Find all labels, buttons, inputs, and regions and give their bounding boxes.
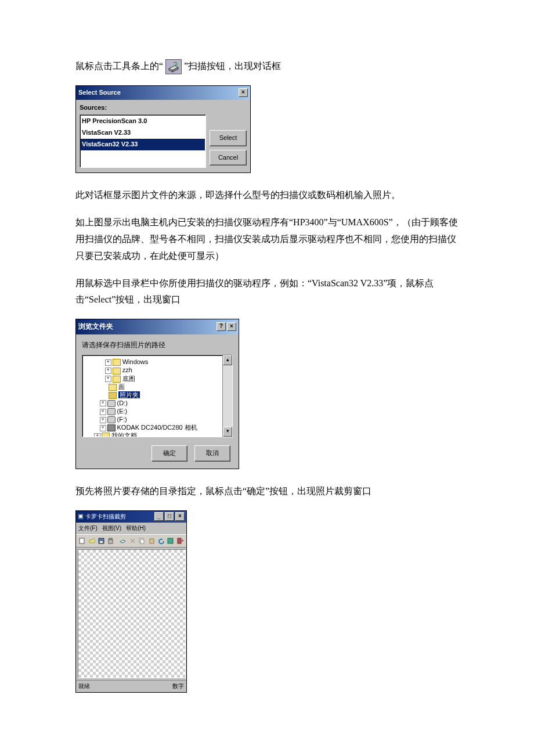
status-bar: 就绪 数字 — [76, 680, 186, 692]
svg-rect-2 — [100, 541, 103, 543]
ok-button[interactable]: 确定 — [151, 445, 187, 462]
menu-view[interactable]: 视图(V) — [102, 523, 121, 534]
svg-rect-8 — [168, 538, 173, 543]
undo-icon[interactable] — [157, 536, 165, 546]
p1-text-a: 鼠标点击工具条上的“ — [75, 61, 163, 71]
tree-node: +(F:) — [84, 415, 231, 423]
status-right: 数字 — [172, 681, 184, 692]
svg-rect-0 — [80, 538, 84, 543]
source-item[interactable]: VistaScan V2.33 — [81, 127, 205, 139]
expand-icon[interactable]: + — [105, 359, 111, 366]
close-icon[interactable]: × — [227, 322, 236, 331]
paragraph-5: 预先将照片要存储的目录指定，鼠标点击“确定”按钮，出现照片裁剪窗口 — [75, 483, 459, 500]
new-icon[interactable] — [78, 536, 86, 546]
canvas-area[interactable] — [78, 549, 186, 678]
browse-folder-title: 浏览文件夹 — [78, 321, 113, 333]
sources-listbox[interactable]: HP PrecisionScan 3.0 VistaScan V2.33 Vis… — [80, 114, 206, 168]
menu-bar[interactable]: 文件(F) 视图(V) 帮助(H) — [76, 523, 186, 534]
folder-icon — [113, 376, 121, 383]
select-source-dialog: Select Source × Sources: HP PrecisionSca… — [75, 85, 251, 174]
tree-node: +底图 — [84, 375, 231, 383]
svg-rect-3 — [109, 539, 113, 543]
expand-icon[interactable]: + — [100, 400, 106, 406]
select-source-title: Select Source — [78, 87, 121, 99]
browse-folder-titlebar: 浏览文件夹 ? × — [76, 319, 239, 334]
svg-rect-4 — [109, 538, 112, 539]
crop-window: ▣ 卡罗卡扫描裁剪 _ □ × 文件(F) 视图(V) 帮助(H) 就绪 数字 — [75, 510, 187, 693]
select-source-titlebar: Select Source × — [76, 86, 250, 100]
paste-icon[interactable] — [147, 536, 156, 546]
source-item[interactable]: HP PrecisionScan 3.0 — [81, 116, 205, 127]
minimize-icon[interactable]: _ — [154, 512, 164, 521]
cancel-button[interactable]: Cancel — [210, 150, 247, 166]
tree-node: +Windows — [84, 358, 231, 366]
maximize-icon[interactable]: □ — [165, 512, 174, 521]
camera-icon — [107, 424, 116, 431]
save-icon[interactable] — [97, 536, 106, 546]
expand-icon[interactable]: + — [105, 376, 111, 382]
folder-icon — [102, 433, 110, 437]
crop-window-titlebar: ▣ 卡罗卡扫描裁剪 _ □ × — [76, 511, 186, 523]
exit-icon[interactable] — [176, 536, 185, 546]
browse-folder-dialog: 浏览文件夹 ? × 请选择保存扫描照片的路径 +Windows +zzh +底图… — [75, 319, 239, 469]
paragraph-3: 如上图显示出电脑主机内已安装的扫描仪驱动程序有“HP3400”与“UMAX600… — [75, 214, 459, 264]
expand-icon[interactable]: + — [100, 409, 106, 415]
browse-folder-prompt: 请选择保存扫描照片的路径 — [76, 334, 239, 355]
expand-icon[interactable]: + — [100, 417, 106, 423]
drive-icon — [107, 408, 116, 415]
app-icon: ▣ — [78, 513, 84, 520]
svg-rect-6 — [140, 539, 144, 543]
p1-text-b: ”扫描按钮，出现对话框 — [184, 61, 281, 71]
folder-icon — [109, 384, 117, 391]
scrollbar[interactable]: ▴ ▾ — [222, 355, 232, 437]
tree-node-selected: 照片夹 — [84, 391, 231, 399]
scroll-up-icon[interactable]: ▴ — [223, 355, 232, 365]
paragraph-1: 鼠标点击工具条上的“ ”扫描按钮，出现对话框 — [75, 58, 459, 75]
svg-rect-9 — [178, 538, 181, 543]
paragraph-2: 此对话框显示图片文件的来源，即选择什么型号的扫描仪或数码相机输入照片。 — [75, 187, 459, 204]
menu-file[interactable]: 文件(F) — [78, 523, 98, 534]
status-left: 就绪 — [78, 681, 90, 692]
cut-icon[interactable] — [128, 536, 137, 546]
tree-node: 面 — [84, 383, 231, 391]
crop-window-title: 卡罗卡扫描裁剪 — [85, 513, 126, 520]
tree-node: +zzh — [84, 366, 231, 374]
tree-node: +(E:) — [84, 407, 231, 415]
folder-tree[interactable]: +Windows +zzh +底图 面 照片夹 +(D:) +(E:) +(F:… — [82, 355, 233, 437]
scan-icon[interactable] — [118, 536, 127, 546]
menu-help[interactable]: 帮助(H) — [126, 523, 146, 534]
copy-icon[interactable] — [138, 536, 146, 546]
help-icon[interactable] — [166, 536, 175, 546]
folder-open-icon — [109, 392, 117, 399]
drive-icon — [107, 400, 116, 407]
help-icon[interactable]: ? — [217, 322, 226, 331]
scan-icon — [165, 59, 182, 74]
folder-icon — [113, 359, 121, 366]
delete-icon[interactable] — [106, 536, 115, 546]
source-item-selected[interactable]: VistaScan32 V2.33 — [81, 139, 205, 150]
close-icon[interactable]: × — [239, 88, 248, 97]
tree-node: +我的文档 — [84, 431, 231, 437]
expand-icon[interactable]: + — [105, 368, 111, 374]
folder-icon — [113, 368, 121, 375]
sources-label: Sources: — [80, 102, 206, 114]
close-icon[interactable]: × — [175, 512, 185, 521]
paragraph-4: 用鼠标选中目录栏中你所使用扫描仪的驱动程序，例如：“VistaScan32 V2… — [75, 275, 459, 309]
expand-icon[interactable]: + — [94, 433, 100, 438]
open-icon[interactable] — [87, 536, 96, 546]
tree-node: +KODAK DC240/DC280 相机 — [84, 423, 231, 431]
cancel-button[interactable]: 取消 — [194, 445, 230, 462]
svg-rect-7 — [150, 539, 154, 543]
tree-node: +(D:) — [84, 399, 231, 407]
select-button[interactable]: Select — [210, 130, 247, 146]
expand-icon[interactable]: + — [100, 425, 106, 431]
drive-icon — [107, 416, 116, 423]
scroll-down-icon[interactable]: ▾ — [223, 427, 232, 437]
toolbar — [76, 534, 186, 548]
